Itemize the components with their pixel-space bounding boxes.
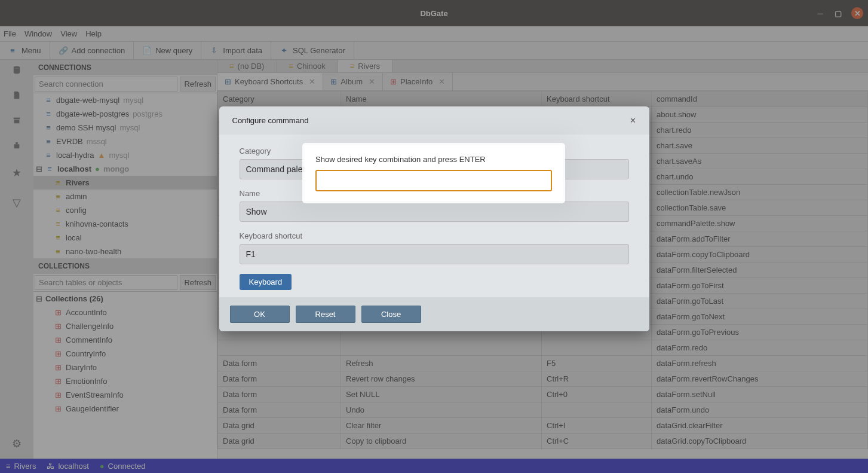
shortcut-input[interactable]: [240, 244, 629, 264]
modal-title: Configure commmand: [232, 116, 309, 125]
configure-command-modal: Configure commmand ✕ Category Name Keybo…: [219, 106, 649, 331]
modal-close-button[interactable]: ✕: [630, 116, 636, 125]
close-button[interactable]: Close: [361, 306, 421, 323]
key-capture-input[interactable]: [315, 170, 552, 191]
key-capture-hint: Show desired key combination and press E…: [315, 155, 552, 164]
keyboard-button[interactable]: Keyboard: [240, 274, 292, 290]
modal-overlay: Configure commmand ✕ Category Name Keybo…: [0, 0, 868, 473]
reset-button[interactable]: Reset: [296, 306, 355, 323]
shortcut-label: Keyboard shortcut: [240, 231, 629, 240]
ok-button[interactable]: OK: [230, 306, 290, 323]
key-capture-popover: Show desired key combination and press E…: [305, 145, 563, 201]
name-input[interactable]: [240, 202, 629, 222]
